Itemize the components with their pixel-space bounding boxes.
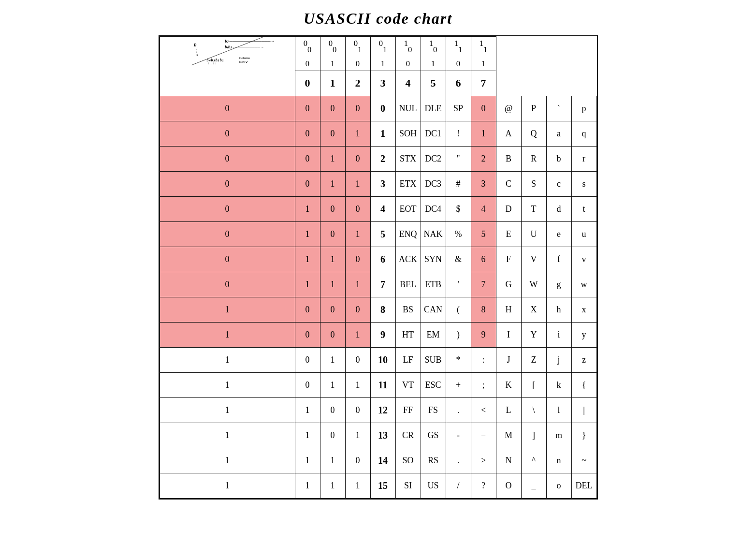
- ascii-cell: Y: [521, 322, 546, 347]
- ascii-cell: ': [446, 272, 471, 297]
- table-row: 101010LFSUB*:JZjz: [160, 347, 596, 372]
- top-bits-col5: 101: [421, 37, 446, 71]
- ascii-cell: SP: [446, 96, 471, 121]
- bit-b1: 0: [345, 247, 370, 272]
- row-number: 10: [370, 347, 395, 372]
- row-number: 14: [370, 448, 395, 473]
- ascii-cell: a: [546, 121, 571, 146]
- row-number: 0: [370, 96, 395, 121]
- bit-b2: 1: [320, 146, 345, 171]
- ascii-cell: (: [446, 297, 471, 322]
- col-num-6: 6: [446, 71, 471, 96]
- svg-text:b₆b₅ ──────────→: b₆b₅ ──────────→: [225, 45, 264, 49]
- ascii-cell: M: [496, 423, 521, 448]
- ascii-cell: ): [446, 322, 471, 347]
- bit-b4: 1: [160, 372, 295, 397]
- ascii-cell: -: [446, 423, 471, 448]
- ascii-cell: SYN: [421, 247, 446, 272]
- ascii-cell: GS: [421, 423, 446, 448]
- bit-b1: 0: [345, 96, 370, 121]
- ascii-cell: b: [546, 146, 571, 171]
- bit-b1: 0: [345, 297, 370, 322]
- bit-b1: 0: [345, 448, 370, 473]
- top-bits-col7: 111: [471, 37, 496, 71]
- bit-b2: 0: [320, 96, 345, 121]
- ascii-cell: _: [521, 473, 546, 498]
- bit-b4: 1: [160, 423, 295, 448]
- ascii-cell: $: [446, 196, 471, 221]
- ascii-cell: !: [446, 121, 471, 146]
- ascii-cell: 8: [471, 297, 496, 322]
- ascii-cell: VT: [395, 372, 421, 397]
- row-number: 6: [370, 247, 395, 272]
- ascii-cell: 6: [471, 247, 496, 272]
- bit-b4: 1: [160, 297, 295, 322]
- ascii-cell: Z: [521, 347, 546, 372]
- bit-b1: 1: [345, 322, 370, 347]
- ascii-cell: DC3: [421, 171, 446, 196]
- ascii-cell: V: [521, 247, 546, 272]
- top-bits-col4: 100: [395, 37, 421, 71]
- bit-b3: 1: [295, 221, 320, 247]
- bit-b1: 0: [345, 397, 370, 423]
- ascii-cell: FF: [395, 397, 421, 423]
- ascii-cell: 1: [471, 121, 496, 146]
- ascii-cell: STX: [395, 146, 421, 171]
- ascii-cell: SO: [395, 448, 421, 473]
- ascii-cell: q: [571, 121, 596, 146]
- ascii-cell: `: [546, 96, 571, 121]
- bit-b2: 0: [320, 121, 345, 146]
- ascii-cell: r: [571, 146, 596, 171]
- table-row: 10008BSCAN(8HXhx: [160, 297, 596, 322]
- ascii-cell: 2: [471, 146, 496, 171]
- bit-b3: 0: [295, 297, 320, 322]
- ascii-cell: y: [571, 322, 596, 347]
- ascii-cell: }: [571, 423, 596, 448]
- ascii-cell: ?: [471, 473, 496, 498]
- ascii-cell: X: [521, 297, 546, 322]
- bit-b4: 0: [160, 96, 295, 121]
- ascii-cell: n: [546, 448, 571, 473]
- row-number: 9: [370, 322, 395, 347]
- bit-b1: 1: [345, 171, 370, 196]
- ascii-cell: DC1: [421, 121, 446, 146]
- bit-b2: 1: [320, 372, 345, 397]
- ascii-cell: EOT: [395, 196, 421, 221]
- ascii-cell: o: [546, 473, 571, 498]
- row-number: 12: [370, 397, 395, 423]
- ascii-cell: N: [496, 448, 521, 473]
- ascii-table: b₇ ──────────────→ b₆b₅ ──────────→ B i …: [160, 36, 597, 499]
- ascii-cell: J: [496, 347, 521, 372]
- bit-b1: 0: [345, 347, 370, 372]
- ascii-cell: ;: [471, 372, 496, 397]
- ascii-cell: 0: [471, 96, 496, 121]
- bit-b4: 1: [160, 347, 295, 372]
- ascii-cell: h: [546, 297, 571, 322]
- ascii-cell: g: [546, 272, 571, 297]
- top-bits-col6: 110: [446, 37, 471, 71]
- bit-b4: 0: [160, 196, 295, 221]
- top-bits-col3: 011: [370, 37, 395, 71]
- row-number: 1: [370, 121, 395, 146]
- bit-b4: 0: [160, 247, 295, 272]
- ascii-cell: 7: [471, 272, 496, 297]
- ascii-cell: ESC: [421, 372, 446, 397]
- ascii-cell: T: [521, 196, 546, 221]
- ascii-cell: 4: [471, 196, 496, 221]
- row-number: 7: [370, 272, 395, 297]
- ascii-cell: >: [471, 448, 496, 473]
- ascii-cell: w: [571, 272, 596, 297]
- bit-b1: 1: [345, 423, 370, 448]
- ascii-chart: b₇ ──────────────→ b₆b₅ ──────────→ B i …: [159, 35, 598, 500]
- ascii-cell: ~: [571, 448, 596, 473]
- ascii-cell: m: [546, 423, 571, 448]
- col-num-3: 3: [370, 71, 395, 96]
- ascii-cell: p: [571, 96, 596, 121]
- ascii-cell: R: [521, 146, 546, 171]
- bit-b2: 0: [320, 322, 345, 347]
- ascii-cell: K: [496, 372, 521, 397]
- ascii-cell: e: [546, 221, 571, 247]
- svg-text:Column: Column: [239, 56, 250, 60]
- bit-b2: 1: [320, 473, 345, 498]
- ascii-cell: SUB: [421, 347, 446, 372]
